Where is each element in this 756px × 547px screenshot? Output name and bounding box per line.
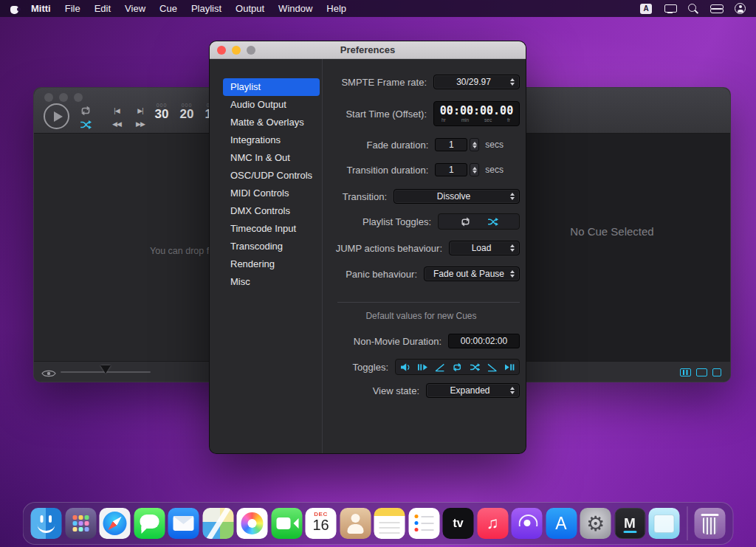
playlist-toggles-label: Playlist Toggles: bbox=[362, 216, 431, 227]
cue-toggles-group bbox=[395, 359, 520, 375]
transition-select[interactable]: Dissolve bbox=[394, 189, 520, 204]
fade-duration-label: Fade duration: bbox=[366, 140, 428, 151]
stepper-arrows-icon[interactable] bbox=[470, 138, 479, 151]
dock-icon-cyanapp[interactable] bbox=[649, 508, 680, 539]
jump-actions-select[interactable]: Load bbox=[449, 241, 520, 255]
skip-to-start-icon[interactable]: |◀ bbox=[106, 105, 127, 117]
non-movie-duration-label: Non-Movie Duration: bbox=[354, 336, 441, 347]
app-menu-title[interactable]: Mitti bbox=[31, 3, 51, 14]
sidebar-item-misc[interactable]: Misc bbox=[223, 273, 320, 291]
dock-icon-messages[interactable] bbox=[134, 508, 165, 539]
shuffle-icon[interactable] bbox=[470, 362, 480, 373]
menu-item-output[interactable]: Output bbox=[236, 3, 264, 14]
fade-in-icon[interactable] bbox=[435, 362, 445, 373]
dock-icon-finder[interactable] bbox=[31, 508, 62, 539]
dock-icon-reminders[interactable] bbox=[408, 508, 439, 539]
sidebar-item-audio-output[interactable]: Audio Output bbox=[223, 96, 320, 114]
dock-icon-safari[interactable] bbox=[100, 508, 131, 539]
sidebar-item-osc-udp-controls[interactable]: OSC/UDP Controls bbox=[223, 167, 320, 185]
panic-behaviour-select[interactable]: Fade out & Pause bbox=[424, 266, 520, 281]
playlist-toggles-group bbox=[438, 213, 520, 230]
menu-bar-status: A bbox=[640, 3, 756, 14]
menu-item-playlist[interactable]: Playlist bbox=[191, 3, 221, 14]
search-icon[interactable] bbox=[688, 4, 698, 13]
menu-items: FileEditViewCuePlaylistOutputWindowHelp bbox=[65, 3, 360, 14]
menu-item-view[interactable]: View bbox=[125, 3, 145, 14]
transition-label: Transition: bbox=[343, 191, 387, 202]
input-source-icon[interactable]: A bbox=[640, 4, 652, 14]
sidebar-item-playlist[interactable]: Playlist bbox=[223, 78, 320, 96]
non-movie-duration-field[interactable]: 00:00:02:00 bbox=[448, 334, 520, 348]
fade-out-icon[interactable] bbox=[487, 362, 497, 373]
play-button[interactable] bbox=[44, 103, 69, 129]
play-hold-icon[interactable] bbox=[504, 362, 515, 373]
dock-icon-settings[interactable]: ⚙ bbox=[580, 508, 611, 539]
sidebar-item-nmc-in-out[interactable]: NMC In & Out bbox=[223, 149, 320, 167]
cue-toggles-label: Toggles: bbox=[353, 362, 388, 373]
dock-icon-facetime[interactable] bbox=[271, 508, 302, 539]
dock-icon-launchpad[interactable] bbox=[65, 508, 96, 539]
dock-icon-calendar[interactable]: DEC16 bbox=[306, 508, 337, 539]
compact-view-icon[interactable] bbox=[712, 368, 721, 376]
shuffle-toggle-icon[interactable] bbox=[487, 216, 498, 227]
start-time-field[interactable]: 00:00:00.00 hr min sec fr bbox=[433, 101, 520, 126]
apple-menu-icon[interactable] bbox=[10, 4, 19, 14]
sidebar-item-midi-controls[interactable]: MIDI Controls bbox=[223, 185, 320, 202]
dock-icon-tv[interactable]: tv bbox=[443, 508, 474, 539]
prefs-content: SMPTE Frame rate: 30/29.97 Start Time (O… bbox=[322, 59, 526, 453]
sidebar-item-timecode-input[interactable]: Timecode Input bbox=[223, 220, 320, 238]
skip-to-end-icon[interactable]: ▶| bbox=[130, 105, 151, 117]
dock-icon-photos[interactable] bbox=[237, 508, 268, 539]
zoom-slider-thumb[interactable] bbox=[100, 365, 111, 374]
music-glyph: ♫ bbox=[477, 508, 508, 539]
control-center-icon[interactable] bbox=[710, 4, 722, 13]
sidebar-item-transcoding[interactable]: Transcoding bbox=[223, 238, 320, 255]
wide-view-icon[interactable] bbox=[696, 368, 707, 376]
preferences-titlebar[interactable]: Preferences bbox=[210, 41, 526, 59]
menu-item-file[interactable]: File bbox=[65, 3, 80, 14]
dock-icon-trash[interactable] bbox=[695, 508, 726, 539]
stepper-arrows-icon[interactable] bbox=[470, 163, 479, 176]
menu-item-help[interactable]: Help bbox=[326, 3, 346, 14]
account-icon[interactable] bbox=[735, 3, 746, 14]
repeat-toggle-icon[interactable] bbox=[460, 216, 471, 227]
timecode-minutes: 30 bbox=[155, 108, 169, 122]
in-out-view-icon[interactable] bbox=[680, 368, 691, 376]
fast-forward-icon[interactable]: ▶▶ bbox=[130, 118, 151, 131]
hold-play-icon[interactable] bbox=[417, 362, 427, 373]
zoom-button[interactable] bbox=[74, 93, 83, 102]
menu-item-window[interactable]: Window bbox=[278, 3, 312, 14]
menu-bar: Mitti FileEditViewCuePlaylistOutputWindo… bbox=[0, 0, 756, 17]
smpte-frame-rate-select[interactable]: 30/29.97 bbox=[433, 75, 520, 89]
chevron-up-down-icon bbox=[507, 78, 518, 86]
window-controls-inactive bbox=[44, 93, 83, 102]
rewind-icon[interactable]: ◀◀ bbox=[106, 118, 127, 131]
eye-icon[interactable] bbox=[41, 368, 56, 376]
dock-icon-mail[interactable] bbox=[168, 508, 199, 539]
shuffle-icon[interactable] bbox=[80, 119, 92, 131]
display-icon[interactable] bbox=[664, 4, 676, 13]
dock-icon-notes[interactable] bbox=[374, 508, 405, 539]
section-divider bbox=[337, 302, 520, 303]
smpte-label: SMPTE Frame rate: bbox=[341, 77, 427, 88]
close-button[interactable] bbox=[44, 93, 53, 102]
dock-icon-music[interactable]: ♫ bbox=[477, 508, 508, 539]
sidebar-item-dmx-controls[interactable]: DMX Controls bbox=[223, 202, 320, 220]
minimize-button[interactable] bbox=[59, 93, 68, 102]
sidebar-item-matte-overlays[interactable]: Matte & Overlays bbox=[223, 114, 320, 131]
menu-item-edit[interactable]: Edit bbox=[94, 3, 111, 14]
sidebar-item-integrations[interactable]: Integrations bbox=[223, 131, 320, 149]
dock-icon-maps[interactable] bbox=[202, 508, 233, 539]
transition-duration-stepper[interactable]: 1 bbox=[435, 163, 479, 176]
loop-playlist-icon[interactable] bbox=[80, 105, 92, 117]
dock-icon-contacts[interactable] bbox=[340, 508, 371, 539]
repeat-icon[interactable] bbox=[452, 362, 462, 373]
menu-item-cue[interactable]: Cue bbox=[159, 3, 177, 14]
dock-icon-mitti[interactable]: M bbox=[614, 508, 645, 539]
dock-icon-appstore[interactable]: A bbox=[546, 508, 577, 539]
fade-duration-stepper[interactable]: 1 bbox=[435, 138, 479, 151]
volume-icon[interactable] bbox=[400, 362, 410, 373]
view-state-select[interactable]: Expanded bbox=[426, 383, 520, 398]
dock-icon-podcasts[interactable] bbox=[512, 508, 543, 539]
sidebar-item-rendering[interactable]: Rendering bbox=[223, 255, 320, 273]
